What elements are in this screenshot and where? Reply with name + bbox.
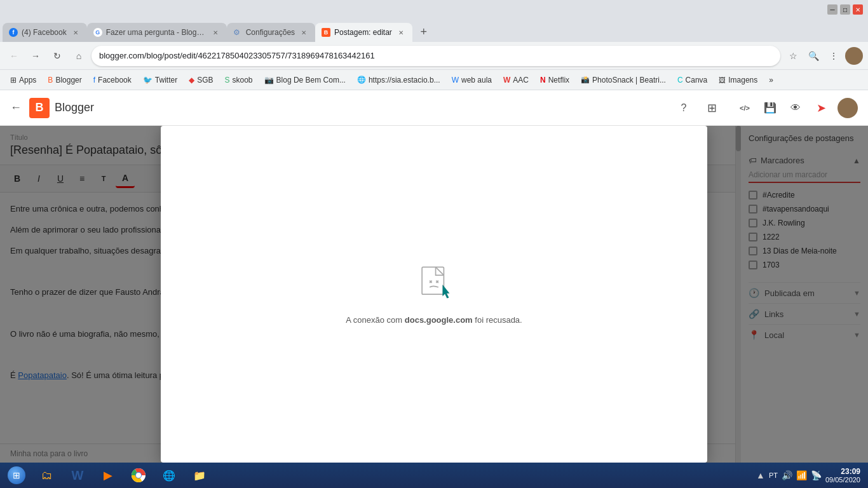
refresh-button[interactable]: ↻ [48,47,66,65]
taskbar-explorer[interactable]: 🗂 [33,464,61,486]
taskbar-files[interactable]: 📁 [186,464,214,486]
apps-grid-icon[interactable]: ⊞ [700,97,723,119]
tab-label-postagem: Postagem: editar [334,28,392,37]
bookmark-label-blog: Blog De Bem Com... [276,76,346,85]
bookmark-skoob[interactable]: S skoob [219,73,257,87]
bookmark-blog[interactable]: 📷 Blog De Bem Com... [259,73,351,87]
apps-icon: ⊞ [10,76,17,85]
tab-label-facebook: (4) Facebook [22,28,67,37]
tab-favicon-facebook: f [9,28,18,37]
bookmark-label-imagens: Imagens [728,76,757,85]
tray-keyboard-icon[interactable]: PT [769,471,778,479]
clock-time: 23:09 [825,467,860,476]
address-bar: ← → ↻ ⌂ ☆ 🔍 ⋮ [0,42,868,70]
close-button[interactable]: ✕ [853,4,863,15]
back-button[interactable]: ← [5,47,23,65]
url-input[interactable] [92,46,780,66]
tray-volume-icon[interactable]: 🔊 [782,470,792,480]
bookmark-facebook[interactable]: f Facebook [88,73,137,87]
user-avatar[interactable] [837,98,858,118]
tab-favicon-pergunta: G [93,28,102,37]
svg-marker-5 [443,285,449,298]
word-icon: W [70,468,85,483]
zoom-icon[interactable]: 🔍 [804,47,822,65]
html-view-icon[interactable]: </> [733,97,756,119]
taskbar: ⊞ 🗂 W ▶ 🌐 📁 ▲ PT [0,463,868,488]
skoob-bm-icon: S [224,76,229,85]
start-button[interactable]: ⊞ [3,464,31,486]
twitter-bm-icon: 🐦 [143,76,153,85]
blogger-header: ← B Blogger ? ⊞ </> 💾 👁 ➤ [0,90,868,126]
blog-bm-icon: 📷 [264,76,274,85]
bookmark-canva[interactable]: C Canva [672,73,712,87]
taskbar-network[interactable]: 🌐 [155,464,183,486]
bookmark-imagens[interactable]: 🖼 Imagens [714,73,763,87]
tab-close-config[interactable]: ✕ [299,27,309,37]
more-bookmarks[interactable]: » [764,73,778,87]
netflix-bm-icon: N [540,76,546,85]
tab-close-facebook[interactable]: ✕ [71,27,81,37]
chrome-icon [131,468,146,483]
bookmark-star-icon[interactable]: ☆ [784,47,802,65]
media-player-icon: ▶ [100,468,116,483]
address-icons: ☆ 🔍 ⋮ [784,47,863,65]
taskbar-word[interactable]: W [64,464,92,486]
svg-rect-0 [422,267,444,294]
photosnack-bm-icon: 📸 [581,76,590,84]
bookmark-label-skoob: skoob [233,76,253,85]
modal-overlay: A conexão com docs.google.com foi recusa… [0,126,868,463]
back-to-posts-button[interactable]: ← [10,101,22,114]
tray-network-icon[interactable]: 📶 [796,470,807,480]
tab-favicon-config: ⚙ [233,28,242,37]
error-domain: docs.google.com [405,315,473,325]
window-controls: ─ □ ✕ [827,4,863,15]
bookmark-twitter[interactable]: 🐦 Twitter [138,73,182,87]
tab-facebook[interactable]: f (4) Facebook ✕ [3,23,87,42]
forward-button[interactable]: → [27,47,44,65]
menu-icon[interactable]: ⋮ [825,47,843,65]
bookmark-web-aula[interactable]: W web aula [447,73,497,87]
error-prefix: A conexão com [346,315,405,325]
taskbar-chrome[interactable] [125,464,153,486]
minimize-button[interactable]: ─ [827,4,837,15]
tab-blogger-pergunta[interactable]: G Fazer uma pergunta - Blogger C... ✕ [87,23,227,42]
tray-signal-icon[interactable]: 📡 [811,470,822,480]
blogger-bm-icon: B [48,76,53,85]
bookmark-label-photosnack: PhotoSnack | Beatri... [592,76,666,85]
editor-layout: Título [Resenha] É Popatapataio, sô! B I… [0,126,868,463]
bookmark-photosnack[interactable]: 📸 PhotoSnack | Beatri... [576,73,671,87]
help-icon[interactable]: ? [672,97,695,119]
preview-icon[interactable]: 👁 [784,97,807,119]
blogger-logo: B Blogger [29,98,94,118]
tab-configuracoes[interactable]: ⚙ Configurações ✕ [227,23,315,42]
title-bar: ─ □ ✕ [0,0,868,19]
maximize-button[interactable]: □ [840,4,850,15]
bookmarks-bar: ⊞ Apps B Blogger f Facebook 🐦 Twitter ◆ … [0,70,868,90]
tab-close-pergunta[interactable]: ✕ [210,27,220,37]
home-button[interactable]: ⌂ [70,47,88,65]
bookmark-apps[interactable]: ⊞ Apps [5,73,41,87]
profile-icon[interactable] [845,47,863,65]
sgb-bm-icon: ◆ [189,76,194,85]
bookmark-netflix[interactable]: N Netflix [535,73,574,87]
bookmark-blogger[interactable]: B Blogger [43,73,86,87]
tray-up-arrow-icon[interactable]: ▲ [756,470,765,480]
system-tray: ▲ PT 🔊 📶 📡 23:09 09/05/2020 [751,467,865,484]
taskbar-media[interactable]: ▶ [94,464,122,486]
clock[interactable]: 23:09 09/05/2020 [825,467,860,484]
publish-icon[interactable]: ➤ [810,97,832,119]
tab-close-postagem[interactable]: ✕ [396,27,406,37]
bookmark-aac[interactable]: W AAC [498,73,534,87]
tab-postagem[interactable]: B Postagem: editar ✕ [315,23,412,42]
bookmark-label-sia: https://sia.estacio.b... [369,76,440,85]
modal-box: A conexão com docs.google.com foi recusa… [161,126,707,463]
clock-date: 09/05/2020 [825,476,860,484]
imagens-bm-icon: 🖼 [719,76,726,84]
bookmark-sgb[interactable]: ◆ SGB [184,73,218,87]
save-icon[interactable]: 💾 [759,97,782,119]
bookmark-label-blogger: Blogger [55,76,81,85]
blogger-app: ← B Blogger ? ⊞ </> 💾 👁 ➤ [0,90,868,463]
bookmark-sia[interactable]: 🌐 https://sia.estacio.b... [352,73,445,87]
bookmark-label-netflix: Netflix [548,76,569,85]
new-tab-button[interactable]: + [415,23,433,41]
